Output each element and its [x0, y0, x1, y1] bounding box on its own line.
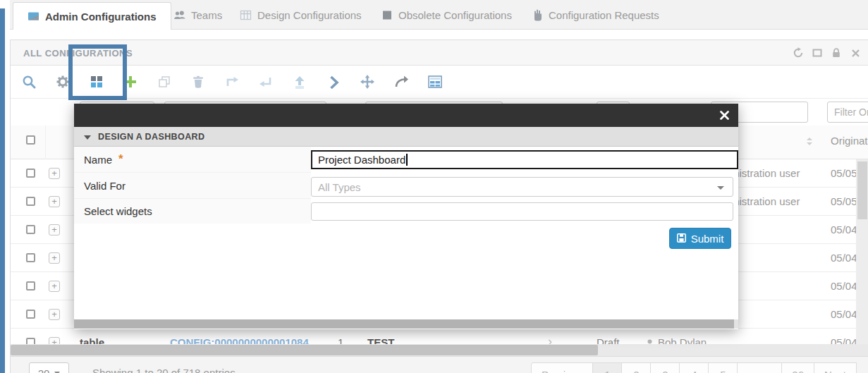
lock-icon[interactable]	[831, 47, 842, 59]
text-cursor	[406, 154, 408, 166]
modal-section-header: DESIGN A DASHBOARD	[74, 127, 738, 147]
delete-trash-icon[interactable]	[190, 74, 206, 90]
pagination-page-4[interactable]: 4	[679, 362, 709, 373]
tab-design-configurations[interactable]: Design Configurations	[240, 0, 362, 30]
restore-window-icon[interactable]	[812, 47, 823, 59]
modal-header	[74, 104, 738, 127]
valid-for-dropdown[interactable]	[311, 177, 733, 197]
horizontal-scrollbar-thumb[interactable]	[11, 345, 598, 355]
vertical-scrollbar-thumb[interactable]	[857, 161, 867, 219]
valid-for-label-row: Valid For	[74, 173, 311, 199]
tab-bar: Admin Configurations Teams Design Config…	[10, 0, 868, 30]
design-grid-icon	[240, 9, 252, 21]
table-layout-icon[interactable]	[427, 74, 443, 90]
expand-row-icon[interactable]	[49, 196, 60, 207]
dashboard-tiles-icon[interactable]	[89, 74, 104, 90]
required-asterisk: *	[118, 152, 123, 166]
horizontal-scrollbar	[11, 344, 868, 356]
tab-configuration-requests[interactable]: Configuration Requests	[531, 0, 659, 30]
select-widgets-label-row: Select widgets	[74, 199, 311, 223]
settings-gear-icon[interactable]	[55, 74, 71, 90]
close-icon[interactable]	[719, 109, 731, 121]
showing-entries-text: Showing 1 to 20 of 718 entries	[92, 367, 236, 373]
move-icon[interactable]	[360, 74, 375, 90]
pagination-ellipsis: …	[737, 362, 782, 373]
indent-left-icon[interactable]	[258, 74, 274, 90]
refresh-icon[interactable]	[793, 47, 804, 59]
pagination-page-5[interactable]: 5	[708, 362, 738, 373]
expand-row-icon[interactable]	[49, 309, 60, 320]
select-widgets-label: Select widgets	[84, 205, 152, 217]
collapse-caret-icon[interactable]	[84, 135, 91, 140]
tab-obsolete-configurations[interactable]: Obsolete Configurations	[381, 0, 512, 30]
add-icon[interactable]	[123, 74, 138, 90]
pagination: Previous 1 2 3 4 5 … 36 Next	[532, 362, 857, 373]
search-icon[interactable]	[21, 74, 37, 90]
modal-scrollbar-corner	[734, 319, 738, 329]
name-label: Name	[84, 154, 112, 166]
tab-label: Obsolete Configurations	[398, 9, 512, 21]
chevron-right-icon[interactable]	[326, 74, 341, 90]
toolbar	[11, 66, 868, 99]
sort-icon[interactable]	[805, 137, 814, 149]
row-checkbox[interactable]	[26, 253, 35, 262]
row-checkbox[interactable]	[26, 169, 35, 178]
obsolete-square-icon	[381, 9, 393, 21]
panel-header: ALL CONFIGURATIONS	[11, 40, 868, 66]
submit-label: Submit	[691, 233, 724, 245]
tab-label: Teams	[191, 9, 222, 21]
table-footer: 20 Showing 1 to 20 of 718 entries Previo…	[11, 356, 868, 373]
close-icon[interactable]	[850, 47, 861, 59]
pagination-previous-button[interactable]: Previous	[531, 362, 593, 373]
tab-label: Design Configurations	[257, 9, 362, 21]
valid-for-label: Valid For	[84, 180, 126, 192]
tab-label: Configuration Requests	[549, 9, 659, 21]
select-widgets-input[interactable]	[311, 202, 733, 221]
pagination-page-3[interactable]: 3	[650, 362, 680, 373]
name-input[interactable]: Project Dashboard	[311, 150, 738, 169]
row-checkbox[interactable]	[26, 225, 35, 234]
submit-button[interactable]: Submit	[669, 228, 731, 249]
expand-row-icon[interactable]	[49, 224, 60, 236]
tab-admin-configurations[interactable]: Admin Configurations	[13, 2, 171, 30]
name-label-row: Name *	[74, 147, 311, 173]
row-checkbox[interactable]	[26, 197, 35, 206]
page-size-value: 20	[38, 367, 50, 373]
row-checkbox[interactable]	[26, 281, 35, 291]
copy-icon[interactable]	[157, 74, 172, 90]
save-floppy-icon	[677, 233, 686, 245]
panel-window-controls	[793, 47, 861, 59]
admin-monitor-icon	[27, 11, 39, 23]
chevron-down-icon	[717, 186, 724, 190]
form-label-column: Name * Valid For Select widgets	[74, 147, 311, 224]
pagination-page-2[interactable]: 2	[621, 362, 651, 373]
pagination-next-button[interactable]: Next	[814, 362, 857, 373]
upload-icon[interactable]	[292, 74, 307, 90]
expand-row-icon[interactable]	[49, 281, 60, 292]
hand-icon	[531, 9, 543, 21]
app-window: Admin Configurations Teams Design Config…	[0, 0, 868, 373]
teams-icon	[173, 9, 185, 21]
pagination-page-1[interactable]: 1	[592, 362, 622, 373]
column-header-originated: Originate	[831, 135, 868, 147]
indent-right-icon[interactable]	[224, 74, 240, 90]
tab-teams[interactable]: Teams	[173, 0, 222, 30]
modal-section-title: DESIGN A DASHBOARD	[98, 132, 204, 142]
vertical-scrollbar	[856, 159, 868, 346]
valid-for-input[interactable]	[312, 178, 733, 196]
tab-label: Admin Configurations	[45, 11, 157, 23]
row-checkbox[interactable]	[26, 310, 35, 319]
left-accent-bar	[0, 8, 5, 373]
expand-row-icon[interactable]	[49, 252, 60, 264]
design-dashboard-modal: DESIGN A DASHBOARD Name * Valid For Sele…	[74, 104, 738, 329]
forward-arrow-icon[interactable]	[393, 74, 409, 90]
name-input-value: Project Dashboard	[318, 154, 405, 166]
page-size-select[interactable]: 20	[29, 362, 69, 373]
expand-row-icon[interactable]	[49, 168, 60, 179]
select-all-checkbox[interactable]	[26, 135, 35, 145]
modal-horizontal-scrollbar[interactable]	[74, 319, 734, 329]
filter-originated-input[interactable]	[827, 102, 868, 123]
pagination-page-36[interactable]: 36	[781, 362, 814, 373]
panel-title: ALL CONFIGURATIONS	[23, 48, 133, 59]
